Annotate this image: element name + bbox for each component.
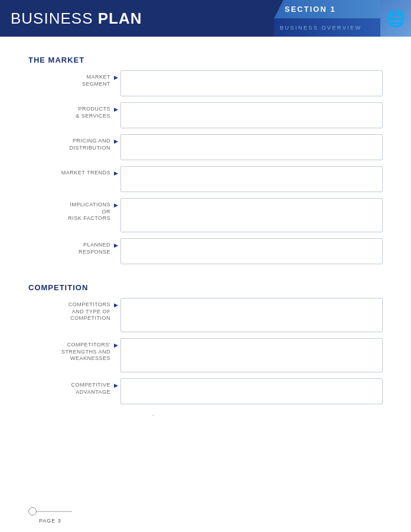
page-number: PAGE 3 (39, 518, 61, 524)
overview-bar: BUSINESS OVERVIEW (274, 18, 380, 37)
overview-text: BUSINESS OVERVIEW (280, 25, 362, 31)
field-row-market-trends: MARKET TRENDS ▶ (28, 166, 383, 192)
the-market-heading: THE MARKET (28, 56, 383, 64)
field-row-competitors-type: COMPETITORS AND TYPE OF COMPETITION ▶ (28, 298, 383, 332)
arrow-competitors-type: ▶ (114, 302, 118, 308)
end-dot: . (152, 410, 154, 417)
globe-container: 🌐 (380, 0, 411, 37)
label-planned-response: PLANNED RESPONSE (28, 238, 114, 255)
arrow-pricing-distribution: ▶ (114, 138, 118, 144)
page-circle (28, 507, 37, 515)
label-implications-risk: IMPLICATIONS OR RISK FACTORS (28, 198, 114, 222)
arrow-products-services: ▶ (114, 106, 118, 112)
header-left: BUSINESS PLAN (0, 0, 274, 37)
header-plan: PLAN (98, 9, 142, 27)
field-row-market-segment: MARKET SEGMENT ▶ (28, 70, 383, 96)
competition-section: COMPETITION COMPETITORS AND TYPE OF COMP… (28, 283, 383, 417)
arrow-competitors-strengths: ▶ (114, 342, 118, 348)
competition-heading: COMPETITION (28, 283, 383, 292)
field-row-competitors-strengths: COMPETITORS' STRENGTHS AND WEAKNESSES ▶ (28, 338, 383, 372)
header-title: BUSINESS PLAN (11, 9, 142, 28)
arrow-implications-risk: ▶ (114, 202, 118, 208)
label-products-services: PRODUCTS & SERVICES (28, 102, 114, 119)
page-footer: PAGE 3 (28, 507, 72, 515)
header-right: SECTION 1 BUSINESS OVERVIEW (274, 0, 380, 37)
label-market-segment: MARKET SEGMENT (28, 70, 114, 87)
field-row-planned-response: PLANNED RESPONSE ▶ (28, 238, 383, 264)
input-market-trends[interactable] (120, 166, 383, 192)
main-content: THE MARKET MARKET SEGMENT ▶ PRODUCTS & S… (0, 37, 411, 429)
arrow-planned-response: ▶ (114, 242, 118, 248)
input-implications-risk[interactable] (120, 198, 383, 232)
input-competitors-type[interactable] (120, 298, 383, 332)
input-planned-response[interactable] (120, 238, 383, 264)
section-number: SECTION 1 (285, 5, 336, 14)
page-header: BUSINESS PLAN SECTION 1 BUSINESS OVERVIE… (0, 0, 411, 37)
input-pricing-distribution[interactable] (120, 134, 383, 160)
input-competitors-strengths[interactable] (120, 338, 383, 372)
label-pricing-distribution: PRICING AND DISTRIBUTION (28, 134, 114, 151)
header-business: BUSINESS (11, 9, 93, 27)
field-row-competitive-advantage: COMPETITIVE ADVANTAGE ▶ (28, 378, 383, 404)
label-market-trends: MARKET TRENDS (28, 166, 114, 177)
arrow-market-trends: ▶ (114, 170, 118, 176)
label-competitive-advantage: COMPETITIVE ADVANTAGE (28, 378, 114, 395)
arrow-competitive-advantage: ▶ (114, 382, 118, 388)
field-row-products-services: PRODUCTS & SERVICES ▶ (28, 102, 383, 128)
field-row-pricing-distribution: PRICING AND DISTRIBUTION ▶ (28, 134, 383, 160)
input-competitive-advantage[interactable] (120, 378, 383, 404)
page-line (37, 511, 72, 512)
label-competitors-strengths: COMPETITORS' STRENGTHS AND WEAKNESSES (28, 338, 114, 362)
input-products-services[interactable] (120, 102, 383, 128)
arrow-market-segment: ▶ (114, 74, 118, 80)
input-market-segment[interactable] (120, 70, 383, 96)
label-competitors-type: COMPETITORS AND TYPE OF COMPETITION (28, 298, 114, 322)
section-bar: SECTION 1 (274, 0, 380, 18)
globe-icon: 🌐 (386, 9, 405, 28)
field-row-implications-risk: IMPLICATIONS OR RISK FACTORS ▶ (28, 198, 383, 232)
